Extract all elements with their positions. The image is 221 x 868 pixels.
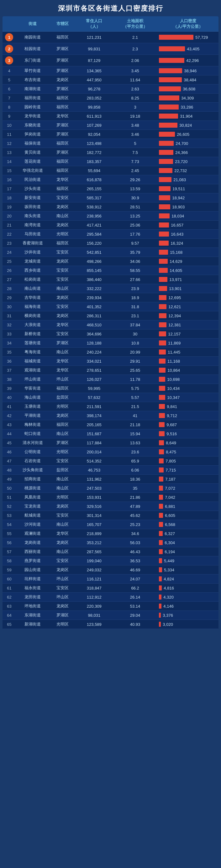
density-bar-container: 4,816 (159, 585, 218, 590)
density-bar (159, 613, 161, 618)
table-row: 61 福永街道 宝安区 318,847 66.2 4,816 (2, 584, 219, 593)
street-name: 坪地街道 (16, 602, 50, 611)
district-name: 南山区 (50, 475, 76, 484)
area-value: 9.57 (113, 239, 158, 248)
table-row: 21 南湾街道 龙岗区 417,421 25.06 16,657 (2, 221, 219, 230)
density-bar (159, 577, 162, 581)
street-name: 石岩街道 (16, 457, 50, 466)
density-value: 22,732 (174, 168, 187, 173)
density-cell: 10,698 (157, 375, 219, 384)
density-bar (159, 86, 181, 91)
rank-cell: 29 (2, 293, 16, 302)
street-name: 新桥街道 (16, 330, 50, 339)
district-name: 龙华区 (50, 529, 76, 538)
density-cell: 57,729 (157, 32, 219, 43)
district-name: 宝安区 (50, 511, 76, 520)
density-cell: 6,881 (157, 502, 219, 511)
population-value: 265,155 (76, 184, 113, 193)
density-cell: 31,904 (157, 112, 219, 121)
rank-cell: 13 (2, 148, 16, 157)
rank-cell: 4 (2, 66, 16, 75)
street-name: 玉塘街道 (16, 402, 50, 411)
district-name: 坪山区 (50, 375, 76, 384)
density-value: 12,695 (168, 296, 181, 300)
district-name: 龙岗区 (50, 502, 76, 511)
rank-number: 47 (7, 459, 11, 463)
population-value: 286,311 (76, 311, 113, 320)
header-street: 街道 (16, 16, 50, 32)
street-name: 南湖街道 (16, 85, 50, 94)
density-value: 7,042 (165, 495, 175, 500)
area-value: 2.06 (113, 55, 158, 66)
density-bar (159, 567, 162, 572)
density-value: 14,605 (170, 268, 182, 273)
street-name: 福永街道 (16, 584, 50, 593)
density-bar (159, 286, 167, 291)
area-value: 47.89 (113, 502, 158, 511)
density-value: 57,729 (195, 35, 208, 40)
density-cell: 12,157 (157, 330, 219, 339)
district-name: 宝安区 (50, 275, 76, 284)
population-value: 59,995 (76, 384, 113, 393)
density-value: 12,394 (168, 313, 181, 318)
rank-number: 65 (7, 622, 11, 627)
rank-cell: 15 (2, 166, 16, 175)
rank-cell: 22 (2, 230, 16, 239)
density-value: 3,020 (163, 622, 173, 627)
district-name: 罗湖区 (50, 148, 76, 157)
district-name: 福田区 (50, 166, 76, 175)
table-row: 63 坪地街道 龙岗区 220,309 53.14 4,146 (2, 602, 219, 611)
area-value: 3.46 (113, 130, 158, 139)
rank-cell: 3 (2, 55, 16, 66)
density-bar (159, 422, 165, 427)
density-value: 31,904 (180, 114, 192, 119)
density-cell: 5,449 (157, 556, 219, 565)
density-value: 4,816 (164, 586, 174, 590)
density-cell: 13,971 (157, 275, 219, 284)
density-value: 12,381 (168, 322, 181, 327)
table-row: 45 清水河街道 罗湖区 117,884 13.63 8,649 (2, 438, 219, 447)
district-name: 宝安区 (50, 248, 76, 257)
density-bar (159, 431, 165, 436)
density-bar-container: 33,286 (159, 104, 218, 110)
density-value: 5,334 (164, 568, 174, 572)
density-value: 14,629 (170, 259, 182, 264)
street-name: 坑梓街道 (16, 575, 50, 584)
density-cell: 43,405 (157, 43, 219, 55)
street-name: 福田街道 (16, 94, 50, 103)
rank-cell: 32 (2, 320, 16, 330)
population-value: 205,165 (76, 420, 113, 429)
density-bar-container: 57,729 (159, 35, 218, 40)
density-cell: 7,042 (157, 493, 219, 502)
rank-number: 33 (7, 332, 11, 336)
density-cell: 10,864 (157, 366, 219, 375)
population-value: 295,584 (76, 230, 113, 239)
density-cell: 13,901 (157, 284, 219, 293)
rank-cell: 45 (2, 438, 16, 447)
table-row: 43 梅林街道 福田区 205,165 21.18 9,687 (2, 420, 219, 429)
area-value: 21.5 (113, 402, 158, 411)
table-row: 46 公明街道 光明区 200,014 23.6 8,475 (2, 447, 219, 457)
density-bar (159, 268, 168, 273)
density-cell: 8,649 (157, 438, 219, 447)
street-name: 横岗街道 (16, 311, 50, 320)
street-name: 沙头角街道 (16, 466, 50, 475)
rank-number: 38 (7, 377, 11, 382)
population-value: 112,912 (76, 593, 113, 602)
street-name: 马田街道 (16, 230, 50, 239)
density-bar (159, 603, 161, 609)
density-value: 18,903 (172, 205, 185, 209)
density-bar (159, 458, 164, 463)
density-bar (159, 331, 166, 336)
rank-cell: 50 (2, 484, 16, 493)
table-row: 22 马田街道 光明区 295,584 17.76 16,643 (2, 230, 219, 239)
rank-cell: 25 (2, 257, 16, 266)
density-cell: 10,347 (157, 393, 219, 402)
population-value: 183,357 (76, 157, 113, 166)
density-cell: 4,816 (157, 584, 219, 593)
rank-cell: 6 (2, 85, 16, 94)
density-bar (159, 177, 171, 182)
density-cell: 7,072 (157, 484, 219, 493)
street-name: 平湖街道 (16, 411, 50, 420)
population-value: 99,858 (76, 103, 113, 112)
